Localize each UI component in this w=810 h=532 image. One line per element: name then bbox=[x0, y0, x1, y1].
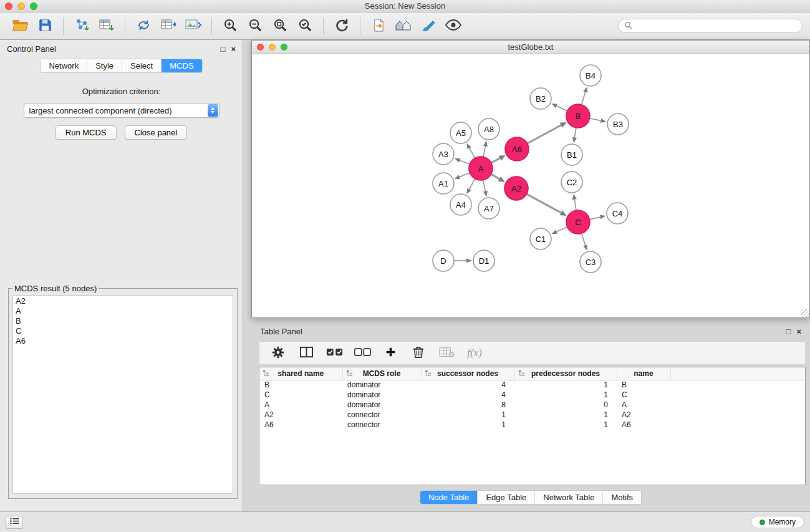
mcds-result-item[interactable]: A6 bbox=[16, 336, 230, 346]
column-header-shared-name[interactable]: shared name bbox=[259, 367, 342, 380]
network-canvas[interactable]: B4B2BB3A5A8A6B1A3AC2A1A2A4A7C4CC1C3DD1 bbox=[252, 54, 809, 317]
network-edge-A-A1[interactable] bbox=[455, 173, 470, 179]
tab-network-table[interactable]: Network Table bbox=[534, 491, 602, 504]
network-edge-B-B2[interactable] bbox=[551, 104, 567, 111]
network-node-A[interactable]: A bbox=[469, 157, 493, 180]
import-table-from-file-button[interactable] bbox=[94, 16, 119, 37]
float-panel-icon[interactable]: □ bbox=[221, 45, 226, 53]
network-node-A5[interactable]: A5 bbox=[450, 122, 471, 143]
network-edge-B-B1[interactable] bbox=[572, 128, 577, 143]
network-edge-C-C1[interactable] bbox=[551, 227, 567, 234]
mcds-result-item[interactable]: A2 bbox=[16, 296, 230, 306]
network-node-B2[interactable]: B2 bbox=[530, 88, 551, 109]
import-network-from-file-button[interactable] bbox=[69, 16, 94, 37]
network-edge-C-C2[interactable] bbox=[572, 194, 577, 210]
network-node-B3[interactable]: B3 bbox=[607, 114, 629, 135]
network-edge-A2-C[interactable] bbox=[527, 194, 567, 216]
network-node-A4[interactable]: A4 bbox=[450, 194, 471, 215]
network-edge-B-B3[interactable] bbox=[590, 118, 607, 123]
network-edge-A-A8[interactable] bbox=[483, 141, 488, 157]
mcds-result-item[interactable]: A bbox=[16, 306, 230, 316]
network-node-C[interactable]: C bbox=[566, 210, 590, 234]
tab-style[interactable]: Style bbox=[87, 59, 122, 72]
apply-layout-button[interactable] bbox=[329, 16, 354, 37]
network-node-C3[interactable]: C3 bbox=[580, 251, 601, 273]
zoom-fit-button[interactable] bbox=[268, 16, 292, 37]
close-panel-button[interactable]: Close panel bbox=[125, 125, 188, 140]
network-zoom-button[interactable] bbox=[281, 44, 287, 51]
table-row[interactable]: Bdominator41B bbox=[259, 380, 805, 390]
network-node-A3[interactable]: A3 bbox=[433, 143, 454, 165]
close-table-panel-icon[interactable]: × bbox=[796, 327, 801, 336]
tab-mcds[interactable]: MCDS bbox=[161, 59, 201, 72]
resize-handle[interactable] bbox=[801, 309, 809, 317]
criterion-dropdown[interactable]: largest connected component (directed) bbox=[24, 103, 219, 118]
tab-motifs[interactable]: Motifs bbox=[602, 491, 641, 504]
deselect-all-rows-button[interactable] bbox=[354, 344, 371, 362]
delete-table-button[interactable] bbox=[438, 344, 455, 362]
mcds-result-item[interactable]: C bbox=[16, 326, 230, 336]
show-column-button[interactable] bbox=[297, 344, 315, 362]
network-node-D1[interactable]: D1 bbox=[473, 250, 494, 271]
network-node-B[interactable]: B bbox=[566, 104, 590, 128]
network-node-A7[interactable]: A7 bbox=[478, 198, 499, 219]
export-image-button[interactable] bbox=[181, 16, 206, 37]
network-node-A6[interactable]: A6 bbox=[505, 137, 529, 161]
export-document-button[interactable] bbox=[366, 16, 391, 37]
search-input[interactable] bbox=[635, 22, 796, 31]
network-edge-C-C4[interactable] bbox=[590, 215, 606, 220]
network-edge-A-A6[interactable] bbox=[491, 155, 506, 163]
open-session-button[interactable] bbox=[7, 16, 32, 37]
delete-column-button[interactable] bbox=[410, 344, 427, 362]
mcds-result-item[interactable]: B bbox=[16, 316, 230, 326]
network-edge-A-A4[interactable] bbox=[466, 179, 475, 195]
network-node-A2[interactable]: A2 bbox=[504, 177, 528, 200]
network-edge-A-A5[interactable] bbox=[466, 143, 475, 158]
column-header-name[interactable]: name bbox=[617, 367, 670, 380]
network-node-C1[interactable]: C1 bbox=[530, 228, 551, 249]
minimize-window-button[interactable] bbox=[17, 2, 25, 10]
network-edge-C-C3[interactable] bbox=[582, 233, 587, 251]
tab-select[interactable]: Select bbox=[122, 59, 161, 72]
network-edge-A-A3[interactable] bbox=[455, 158, 470, 165]
network-edge-D-D1[interactable] bbox=[454, 258, 472, 263]
network-close-button[interactable] bbox=[257, 44, 264, 51]
network-node-B1[interactable]: B1 bbox=[561, 144, 582, 165]
save-session-button[interactable] bbox=[32, 16, 57, 37]
new-network-button[interactable] bbox=[131, 16, 156, 37]
zoom-in-button[interactable] bbox=[218, 16, 243, 37]
table-row[interactable]: Adominator80A bbox=[259, 400, 805, 410]
network-node-B4[interactable]: B4 bbox=[580, 65, 601, 86]
network-node-C2[interactable]: C2 bbox=[561, 172, 582, 193]
network-window-titlebar[interactable]: testGlobe.txt bbox=[252, 41, 809, 54]
network-node-D[interactable]: D bbox=[433, 250, 454, 271]
network-minimize-button[interactable] bbox=[269, 44, 276, 51]
zoom-out-button[interactable] bbox=[243, 16, 268, 37]
tab-edge-table[interactable]: Edge Table bbox=[477, 491, 534, 504]
export-table-button[interactable] bbox=[156, 16, 181, 37]
network-node-A1[interactable]: A1 bbox=[433, 173, 454, 194]
network-node-C4[interactable]: C4 bbox=[607, 203, 628, 224]
network-edge-A6-B[interactable] bbox=[528, 122, 567, 143]
zoom-window-button[interactable] bbox=[30, 2, 37, 10]
column-header-successor-nodes[interactable]: successor nodes bbox=[421, 367, 514, 380]
table-row[interactable]: Cdominator41C bbox=[259, 390, 805, 400]
float-table-panel-icon[interactable]: □ bbox=[786, 327, 791, 336]
task-history-button[interactable] bbox=[6, 516, 23, 529]
zoom-selected-button[interactable] bbox=[292, 16, 317, 37]
tab-network[interactable]: Network bbox=[41, 59, 87, 72]
network-edge-A-A7[interactable] bbox=[483, 180, 488, 197]
table-row[interactable]: A2connector11A2 bbox=[259, 410, 805, 420]
network-edge-B-B4[interactable] bbox=[582, 87, 588, 105]
run-mcds-button[interactable]: Run MCDS bbox=[55, 125, 117, 140]
column-header-mcds-role[interactable]: MCDS role bbox=[342, 367, 421, 380]
table-row[interactable]: A6connector11A6 bbox=[259, 420, 805, 430]
show-hide-button[interactable] bbox=[441, 16, 466, 37]
close-panel-icon[interactable]: × bbox=[231, 45, 236, 53]
style-brush-button[interactable] bbox=[416, 16, 441, 37]
table-settings-button[interactable] bbox=[269, 344, 287, 362]
network-edge-A-A2[interactable] bbox=[491, 174, 505, 181]
function-builder-button[interactable]: f(x) bbox=[466, 344, 483, 362]
hide-panels-button[interactable] bbox=[391, 16, 416, 37]
column-header-predecessor-nodes[interactable]: predecessor nodes bbox=[514, 367, 617, 380]
